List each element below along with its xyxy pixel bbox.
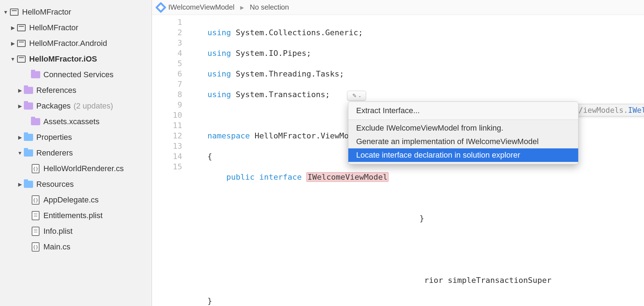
- tree-label: Assets.xcassets: [43, 117, 100, 126]
- chevron-right-icon[interactable]: ▶: [9, 25, 16, 31]
- folder-icon: [23, 132, 33, 142]
- menu-item-generate-implementation[interactable]: Generate an implementation of IWelcomeVi…: [348, 135, 578, 148]
- line-gutter: 123456789101112131415: [152, 17, 186, 306]
- chevron-down-icon[interactable]: ▼: [2, 9, 9, 15]
- code-text: System.Collections.Generic;: [231, 28, 363, 37]
- plist-file-icon: [31, 211, 41, 221]
- interface-icon: [155, 2, 166, 13]
- quickfix-dropdown-button[interactable]: ✎ ⌄: [347, 91, 366, 101]
- tree-label: Main.cs: [43, 242, 70, 252]
- folder-icon: [23, 148, 33, 158]
- code-text: System.Threading.Tasks;: [231, 69, 344, 78]
- connected-services[interactable]: Connected Services: [0, 67, 152, 83]
- csharp-file-icon: [31, 164, 41, 174]
- folder-icon: [31, 117, 41, 127]
- keyword: public: [226, 173, 254, 181]
- tree-label: Resources: [36, 180, 74, 189]
- breadcrumb-item[interactable]: IWelcomeViewModel: [168, 3, 234, 11]
- tree-label: Renderers: [36, 148, 73, 158]
- keyword: using: [207, 49, 231, 58]
- tree-label: HelloWorldRenderer.cs: [43, 164, 124, 173]
- keyword: using: [207, 90, 231, 99]
- menu-item-locate-declaration[interactable]: Locate interface declaration in solution…: [348, 148, 578, 162]
- code-text: rior simpleTransactionSuper: [424, 276, 551, 285]
- keyword: using: [207, 69, 231, 78]
- renderers-folder[interactable]: ▼ Renderers: [0, 145, 152, 161]
- keyword: namespace: [207, 131, 250, 140]
- packages-updates: (2 updates): [74, 101, 113, 111]
- chevron-right-icon: ▶: [240, 5, 244, 10]
- code-text: }: [419, 214, 424, 223]
- chevron-right-icon[interactable]: ▶: [16, 181, 23, 187]
- code-text: System.Transactions;: [231, 90, 330, 99]
- solution-label: HelloMFractor: [22, 7, 71, 17]
- main-cs-file[interactable]: Main.cs: [0, 239, 152, 255]
- code-text: }: [207, 296, 212, 305]
- project-icon: [16, 54, 26, 64]
- code-text: {: [207, 152, 212, 161]
- quickfix-menu[interactable]: Extract Interface... Exclude IWelcomeVie…: [348, 101, 579, 164]
- solution-icon: [9, 7, 19, 17]
- menu-item-exclude-linking[interactable]: Exclude IWelcomeViewModel from linking.: [348, 121, 578, 135]
- assets-xcassets[interactable]: Assets.xcassets: [0, 114, 152, 130]
- csharp-file-icon: [31, 195, 41, 205]
- infoplist-file[interactable]: Info.plist: [0, 223, 152, 239]
- chevron-down-icon[interactable]: ▼: [16, 150, 23, 156]
- csharp-file-icon: [31, 242, 41, 252]
- chevron-down-icon[interactable]: ▼: [9, 56, 16, 62]
- tree-label: Info.plist: [43, 227, 73, 236]
- project-icon: [16, 23, 26, 33]
- tree-label: References: [36, 86, 76, 95]
- keyword: interface: [259, 173, 302, 181]
- chevron-right-icon[interactable]: ▶: [9, 41, 16, 46]
- keyword: using: [207, 28, 231, 37]
- code-editor[interactable]: IWelcomeViewModel ▶ No selection 1234567…: [152, 0, 644, 306]
- appdelegate-file[interactable]: AppDelegate.cs: [0, 192, 152, 208]
- project-hellomfractor[interactable]: ▶ HelloMFractor: [0, 20, 152, 36]
- tree-label: HelloMFractor.Android: [29, 39, 107, 48]
- breadcrumb-item[interactable]: No selection: [250, 3, 289, 11]
- tree-label: Packages: [36, 101, 71, 111]
- breadcrumb[interactable]: IWelcomeViewModel ▶ No selection: [152, 0, 644, 15]
- resources-folder[interactable]: ▶ Resources: [0, 176, 152, 192]
- folder-icon: [31, 70, 41, 80]
- tree-label: Connected Services: [43, 70, 114, 79]
- solution-explorer[interactable]: ▼ HelloMFractor ▶ HelloMFractor ▶ HelloM…: [0, 0, 152, 306]
- pencil-icon: ✎: [352, 93, 357, 99]
- chevron-right-icon[interactable]: ▶: [16, 134, 23, 140]
- properties-folder[interactable]: ▶ Properties: [0, 130, 152, 145]
- tree-label: Entitlements.plist: [43, 211, 102, 220]
- chevron-right-icon[interactable]: ▶: [16, 88, 23, 93]
- chevron-right-icon[interactable]: ▶: [16, 103, 23, 109]
- references-node[interactable]: ▶ References: [0, 83, 152, 98]
- tooltip-namespace: /iewModels.: [579, 106, 628, 115]
- plist-file-icon: [31, 226, 41, 236]
- type-highlighted[interactable]: IWelcomeViewModel: [306, 172, 389, 182]
- code-text: System.IO.Pipes;: [231, 49, 311, 58]
- tree-label: HelloMFractor: [29, 23, 78, 32]
- folder-icon: [23, 179, 33, 189]
- project-android[interactable]: ▶ HelloMFractor.Android: [0, 36, 152, 51]
- tree-label: HelloMFractor.iOS: [29, 54, 97, 64]
- folder-icon: [23, 85, 33, 95]
- quickfix-menu-header[interactable]: Extract Interface...: [348, 102, 578, 120]
- project-ios[interactable]: ▼ HelloMFractor.iOS: [0, 51, 152, 67]
- tooltip-type: IWelcomeViewModel: [628, 106, 644, 115]
- project-icon: [16, 38, 26, 48]
- chevron-down-icon: ⌄: [358, 94, 361, 98]
- tree-label: AppDelegate.cs: [43, 195, 99, 205]
- type-tooltip: /iewModels.IWelcomeViewModel: [574, 104, 644, 116]
- folder-icon: [23, 101, 33, 111]
- packages-node[interactable]: ▶ Packages (2 updates): [0, 98, 152, 114]
- entitlements-file[interactable]: Entitlements.plist: [0, 208, 152, 223]
- tree-label: Properties: [36, 133, 72, 142]
- helloworldrenderer-file[interactable]: HelloWorldRenderer.cs: [0, 161, 152, 176]
- solution-root[interactable]: ▼ HelloMFractor: [0, 4, 152, 20]
